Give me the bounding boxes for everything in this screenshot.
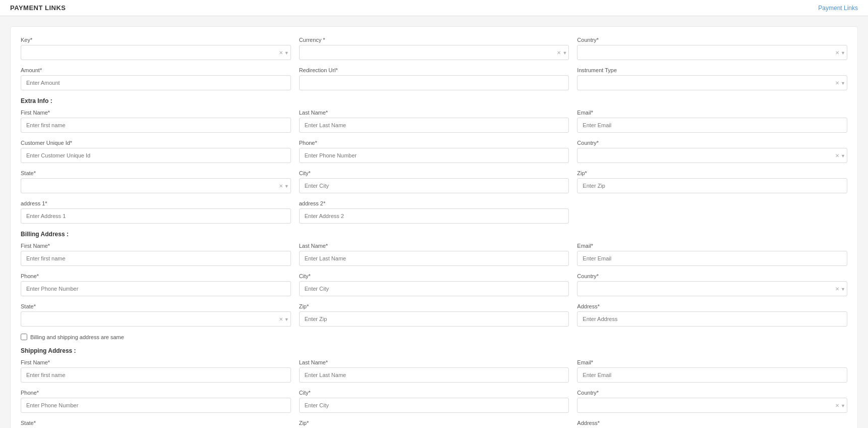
- col-ei-customer-id: Customer Unique Id*: [21, 140, 291, 163]
- same-address-checkbox[interactable]: [21, 334, 27, 340]
- billing-row3: State* ✕ ▼ Zip* Address*: [21, 303, 847, 327]
- ei-state-clear-icon[interactable]: ✕: [279, 183, 283, 189]
- col-ei-spacer: [577, 200, 847, 224]
- ship-state-label: State*: [21, 420, 291, 426]
- key-select[interactable]: [21, 45, 291, 60]
- ei-address1-input[interactable]: [21, 208, 291, 224]
- ei-address2-label: address 2*: [299, 200, 569, 206]
- ei-country-clear-icon[interactable]: ✕: [835, 153, 839, 158]
- ei-customer-id-input[interactable]: [21, 148, 291, 163]
- col-currency: Currency * ✕ ▼: [299, 37, 569, 60]
- bill-last-name-input[interactable]: [299, 251, 569, 266]
- bill-first-name-label: First Name*: [21, 243, 291, 249]
- ship-last-name-label: Last Name*: [299, 359, 569, 365]
- amount-input[interactable]: [21, 75, 291, 90]
- shipping-row1: First Name* Last Name* Email*: [21, 359, 847, 383]
- ei-phone-label: Phone*: [299, 140, 569, 146]
- ei-city-label: City*: [299, 170, 569, 176]
- currency-select-wrapper: ✕ ▼: [299, 45, 569, 60]
- ei-customer-id-label: Customer Unique Id*: [21, 140, 291, 146]
- currency-label: Currency *: [299, 37, 569, 43]
- bill-city-input[interactable]: [299, 281, 569, 296]
- ship-country-select-wrapper: ✕ ▼: [577, 398, 847, 413]
- col-ship-address: Address*: [577, 420, 847, 428]
- bill-state-label: State*: [21, 303, 291, 309]
- ei-zip-input[interactable]: [577, 178, 847, 193]
- col-ei-country: Country* ✕ ▼: [577, 140, 847, 163]
- ei-phone-input[interactable]: [299, 148, 569, 163]
- bill-email-input[interactable]: [577, 251, 847, 266]
- bill-address-input[interactable]: [577, 311, 847, 327]
- country-top-select[interactable]: [577, 45, 847, 60]
- bill-country-select[interactable]: [577, 281, 847, 296]
- country-top-select-wrapper: ✕ ▼: [577, 45, 847, 60]
- col-bill-country: Country* ✕ ▼: [577, 273, 847, 296]
- row-amount-url-instrument: Amount* Redirection Url* https://dev.app…: [21, 67, 847, 90]
- instrument-type-select[interactable]: [577, 75, 847, 90]
- bill-country-label: Country*: [577, 273, 847, 279]
- ship-phone-input[interactable]: [21, 398, 291, 413]
- col-ei-address1: address 1*: [21, 200, 291, 224]
- bill-state-select[interactable]: [21, 311, 291, 327]
- ship-country-select[interactable]: [577, 398, 847, 413]
- col-ei-phone: Phone*: [299, 140, 569, 163]
- instrument-type-clear-icon[interactable]: ✕: [835, 80, 839, 86]
- col-ei-state: State* ✕ ▼: [21, 170, 291, 193]
- ei-zip-label: Zip*: [577, 170, 847, 176]
- col-ship-last-name: Last Name*: [299, 359, 569, 383]
- shipping-row2: Phone* City* Country* ✕ ▼: [21, 390, 847, 413]
- billing-row2: Phone* City* Country* ✕ ▼: [21, 273, 847, 296]
- col-bill-state: State* ✕ ▼: [21, 303, 291, 327]
- bill-phone-input[interactable]: [21, 281, 291, 296]
- key-label: Key*: [21, 37, 291, 43]
- col-ei-email: Email*: [577, 110, 847, 133]
- ei-country-select[interactable]: [577, 148, 847, 163]
- ei-state-select[interactable]: [21, 178, 291, 193]
- col-country-top: Country* ✕ ▼: [577, 37, 847, 60]
- bill-state-select-wrapper: ✕ ▼: [21, 311, 291, 327]
- amount-label: Amount*: [21, 67, 291, 73]
- ship-last-name-input[interactable]: [299, 367, 569, 383]
- ship-zip-label: Zip*: [299, 420, 569, 426]
- ship-country-clear-icon[interactable]: ✕: [835, 403, 839, 408]
- bill-zip-input[interactable]: [299, 311, 569, 327]
- bill-state-clear-icon[interactable]: ✕: [279, 316, 283, 322]
- instrument-type-label: Instrument Type: [577, 67, 847, 73]
- col-ship-zip: Zip*: [299, 420, 569, 428]
- ei-email-input[interactable]: [577, 118, 847, 133]
- currency-select[interactable]: [299, 45, 569, 60]
- col-ei-city: City*: [299, 170, 569, 193]
- col-bill-zip: Zip*: [299, 303, 569, 327]
- currency-clear-icon[interactable]: ✕: [557, 50, 561, 56]
- ei-state-select-wrapper: ✕ ▼: [21, 178, 291, 193]
- col-bill-last-name: Last Name*: [299, 243, 569, 266]
- col-ei-address2: address 2*: [299, 200, 569, 224]
- ei-city-input[interactable]: [299, 178, 569, 193]
- bill-first-name-input[interactable]: [21, 251, 291, 266]
- ei-last-name-input[interactable]: [299, 118, 569, 133]
- country-top-clear-icon[interactable]: ✕: [835, 50, 839, 56]
- redirection-url-label: Redirection Url*: [299, 67, 569, 73]
- breadcrumb: Payment Links: [818, 5, 858, 12]
- bill-phone-label: Phone*: [21, 273, 291, 279]
- col-ei-zip: Zip*: [577, 170, 847, 193]
- bill-city-label: City*: [299, 273, 569, 279]
- ei-email-label: Email*: [577, 110, 847, 116]
- ship-city-input[interactable]: [299, 398, 569, 413]
- key-clear-icon[interactable]: ✕: [279, 50, 283, 56]
- col-key: Key* ✕ ▼: [21, 37, 291, 60]
- ei-address2-input[interactable]: [299, 208, 569, 224]
- row-key-currency-country: Key* ✕ ▼ Currency *: [21, 37, 847, 60]
- redirection-url-input[interactable]: https://dev.app.atipay.com/assets/pmt/pa…: [299, 75, 569, 90]
- ship-email-input[interactable]: [577, 367, 847, 383]
- bill-country-clear-icon[interactable]: ✕: [835, 286, 839, 292]
- col-redirection-url: Redirection Url* https://dev.app.atipay.…: [299, 67, 569, 90]
- ei-state-label: State*: [21, 170, 291, 176]
- ship-city-label: City*: [299, 390, 569, 396]
- shipping-row3: State* ✕ ▼ Zip* Address*: [21, 420, 847, 428]
- ei-country-label: Country*: [577, 140, 847, 146]
- bill-email-label: Email*: [577, 243, 847, 249]
- ship-first-name-input[interactable]: [21, 367, 291, 383]
- ei-first-name-input[interactable]: [21, 118, 291, 133]
- bill-zip-label: Zip*: [299, 303, 569, 309]
